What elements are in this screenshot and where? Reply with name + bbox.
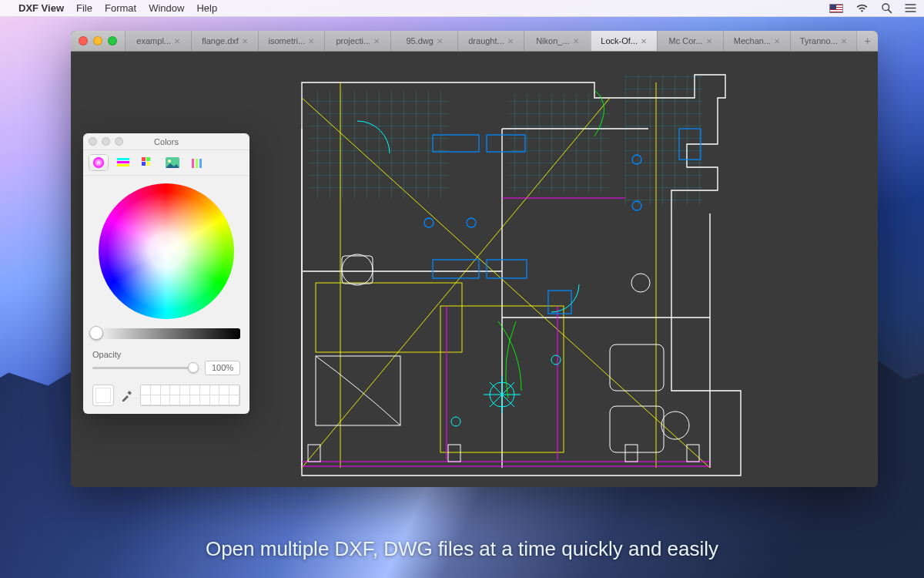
new-tab-button[interactable]: +	[856, 31, 878, 51]
close-tab-icon[interactable]: ✕	[706, 37, 712, 45]
tab-label: Lock-Of...	[601, 36, 638, 45]
svg-rect-32	[625, 445, 638, 462]
tab-label: exampl...	[136, 36, 171, 45]
tab-label: 95.dwg	[406, 36, 433, 45]
menu-format[interactable]: Format	[105, 2, 136, 14]
color-wheel-mode-icon[interactable]	[89, 155, 108, 170]
opacity-label: Opacity	[92, 350, 240, 359]
close-tab-icon[interactable]: ✕	[437, 37, 443, 45]
svg-rect-39	[146, 157, 150, 161]
svg-point-21	[451, 417, 460, 426]
close-tab-icon[interactable]: ✕	[373, 37, 380, 45]
window-minimize-button[interactable]	[93, 36, 102, 45]
tab-label: Mc Cor...	[669, 36, 703, 45]
wifi-icon[interactable]	[855, 3, 869, 13]
svg-point-23	[342, 254, 373, 285]
crosshair-icon	[165, 250, 176, 260]
panel-close-button[interactable]	[89, 137, 97, 146]
svg-rect-38	[142, 157, 146, 161]
tab-bar: exampl...✕flange.dxf✕isometri...✕project…	[71, 31, 878, 52]
svg-rect-40	[142, 162, 146, 166]
svg-rect-26	[610, 344, 664, 391]
colors-panel-title: Colors	[154, 137, 179, 146]
image-palettes-mode-icon[interactable]	[163, 155, 182, 170]
notification-center-icon[interactable]	[905, 3, 916, 13]
window-close-button[interactable]	[79, 36, 88, 45]
document-tab[interactable]: Nikon_...✕	[524, 31, 590, 51]
document-tab[interactable]: exampl...✕	[125, 31, 191, 51]
svg-point-19	[424, 218, 434, 227]
svg-point-29	[631, 274, 650, 292]
colors-panel[interactable]: Colors Opacity 100%	[83, 133, 249, 414]
spotlight-icon[interactable]	[881, 2, 892, 14]
document-tab[interactable]: draught...✕	[457, 31, 524, 51]
tab-label: projecti...	[336, 36, 370, 45]
system-menubar: DXF View File Format Window Help	[0, 0, 924, 17]
svg-rect-31	[448, 445, 460, 462]
tab-label: Tyranno...	[800, 36, 838, 45]
close-tab-icon[interactable]: ✕	[774, 37, 780, 45]
color-wheel[interactable]	[99, 183, 234, 319]
svg-rect-25	[316, 356, 400, 425]
svg-rect-36	[117, 161, 129, 163]
document-tab[interactable]: Mechan...✕	[723, 31, 789, 51]
menu-help[interactable]: Help	[196, 2, 217, 14]
svg-rect-13	[487, 260, 527, 278]
tab-label: isometri...	[269, 36, 306, 45]
svg-rect-35	[117, 158, 129, 160]
svg-rect-33	[687, 445, 699, 462]
svg-rect-45	[196, 159, 198, 168]
document-tab[interactable]: flange.dxf✕	[191, 31, 257, 51]
close-tab-icon[interactable]: ✕	[573, 37, 579, 45]
svg-rect-46	[199, 159, 202, 168]
brightness-slider[interactable]	[92, 328, 240, 339]
svg-rect-7	[625, 75, 702, 206]
svg-point-34	[93, 157, 104, 168]
svg-rect-27	[610, 406, 664, 452]
menu-file[interactable]: File	[76, 2, 92, 14]
svg-rect-5	[310, 90, 448, 198]
close-tab-icon[interactable]: ✕	[242, 37, 248, 45]
tab-label: flange.dxf	[202, 36, 239, 45]
window-zoom-button[interactable]	[108, 36, 117, 45]
opacity-value-field[interactable]: 100%	[205, 361, 240, 375]
close-tab-icon[interactable]: ✕	[507, 37, 514, 45]
document-tab[interactable]: Lock-Of...✕	[591, 31, 657, 51]
svg-rect-24	[342, 256, 373, 284]
svg-rect-14	[548, 291, 571, 314]
window-traffic-lights	[71, 31, 125, 51]
svg-line-1	[889, 10, 892, 13]
tab-label: Mechan...	[734, 36, 771, 45]
close-tab-icon[interactable]: ✕	[308, 37, 314, 45]
panel-zoom-button[interactable]	[115, 137, 123, 146]
tab-label: Nikon_...	[536, 36, 569, 45]
close-tab-icon[interactable]: ✕	[641, 37, 647, 45]
input-source-flag-icon[interactable]	[829, 4, 843, 13]
brightness-knob[interactable]	[89, 326, 103, 340]
marketing-caption: Open multiple DXF, DWG files at a time q…	[0, 537, 924, 561]
document-tab[interactable]: isometri...✕	[258, 31, 324, 51]
opacity-slider[interactable]	[92, 367, 199, 369]
app-name[interactable]: DXF View	[18, 2, 64, 14]
svg-point-43	[168, 160, 171, 163]
crayons-mode-icon[interactable]	[188, 155, 206, 170]
svg-rect-37	[117, 164, 129, 166]
menu-window[interactable]: Window	[149, 2, 184, 14]
document-tab[interactable]: Mc Cor...✕	[657, 31, 723, 51]
colors-panel-titlebar[interactable]: Colors	[83, 133, 249, 150]
document-tab[interactable]: projecti...✕	[324, 31, 390, 51]
current-color-swatch[interactable]	[92, 385, 114, 406]
opacity-knob[interactable]	[188, 362, 199, 373]
svg-rect-9	[316, 283, 462, 352]
eyedropper-icon[interactable]	[120, 388, 134, 402]
color-mode-toolbar	[83, 150, 249, 176]
close-tab-icon[interactable]: ✕	[841, 37, 847, 45]
document-tab[interactable]: 95.dwg✕	[390, 31, 457, 51]
panel-minimize-button[interactable]	[102, 137, 110, 146]
swatch-grid[interactable]	[140, 385, 240, 406]
color-palettes-mode-icon[interactable]	[139, 155, 157, 170]
close-tab-icon[interactable]: ✕	[174, 37, 180, 45]
document-tab[interactable]: Tyranno...✕	[790, 31, 856, 51]
svg-rect-12	[433, 260, 479, 278]
color-sliders-mode-icon[interactable]	[114, 155, 132, 170]
